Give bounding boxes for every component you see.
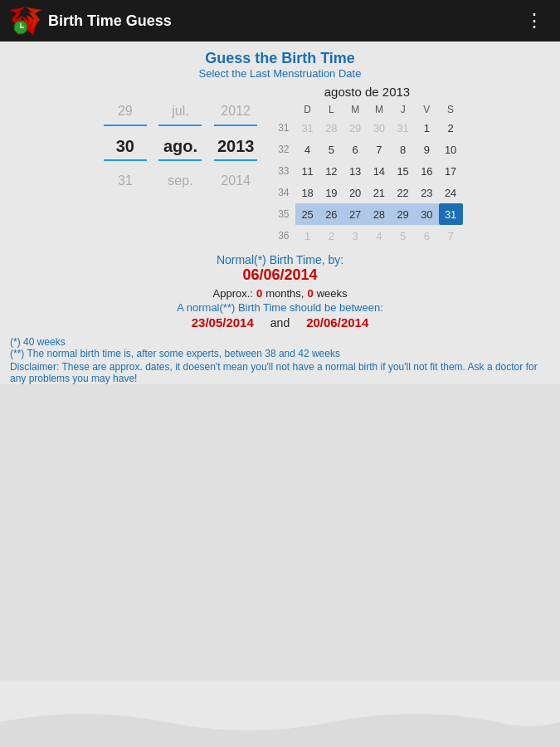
topbar: Birth Time Guess ⋮ bbox=[0, 0, 560, 42]
calendar-day[interactable]: 13 bbox=[343, 160, 368, 182]
table-row: 35 25 26 27 28 29 30 31 bbox=[272, 203, 463, 225]
table-row: 33 11 12 13 14 15 16 17 bbox=[272, 160, 463, 182]
calendar-day[interactable]: 6 bbox=[343, 139, 368, 160]
picker-day-current: 30 bbox=[100, 137, 150, 156]
calendar-day[interactable]: 28 bbox=[368, 203, 392, 225]
calendar-table: D L M M J V S 31 31 28 29 bbox=[272, 102, 463, 247]
calendar-day[interactable]: 21 bbox=[368, 182, 392, 203]
calendar-day[interactable]: 4 bbox=[368, 225, 392, 247]
calendar-day[interactable]: 19 bbox=[319, 182, 343, 203]
calendar-day[interactable]: 28 bbox=[319, 117, 343, 139]
calendar-day[interactable]: 30 bbox=[368, 117, 392, 139]
picker-month-next: sep. bbox=[155, 173, 205, 188]
picker-line-day bbox=[104, 124, 147, 126]
table-row: 34 18 19 20 21 22 23 24 bbox=[272, 182, 463, 203]
calendar-day[interactable]: 2 bbox=[439, 117, 463, 139]
calendar-day[interactable]: 3 bbox=[343, 225, 368, 247]
calendar-day[interactable]: 27 bbox=[343, 203, 368, 225]
calendar-day[interactable]: 1 bbox=[295, 225, 319, 247]
picker-row-next[interactable]: 31 sep. 2014 bbox=[98, 163, 264, 199]
calendar-day[interactable]: 8 bbox=[391, 139, 415, 160]
note-disclaimer: Disclaimer: These are approx. dates, it … bbox=[10, 361, 550, 384]
week-col-header bbox=[272, 102, 296, 117]
calendar-day[interactable]: 1 bbox=[415, 117, 439, 139]
calendar-body: 31 31 28 29 30 31 1 2 32 4 5 6 bbox=[272, 117, 463, 247]
picker-year-next: 2014 bbox=[211, 173, 261, 188]
cal-header-j: J bbox=[391, 102, 415, 117]
picker-line-month-2 bbox=[158, 159, 202, 161]
calendar-day[interactable]: 30 bbox=[415, 203, 439, 225]
range-and-label: and bbox=[270, 316, 290, 330]
calendar-day[interactable]: 31 bbox=[295, 117, 319, 139]
calendar-day[interactable]: 9 bbox=[415, 139, 439, 160]
calendar-day[interactable]: 17 bbox=[439, 160, 463, 182]
calendar-day[interactable]: 2 bbox=[319, 225, 343, 247]
wavy-bottom-decoration bbox=[0, 697, 560, 747]
app-title: Birth Time Guess bbox=[48, 12, 519, 30]
calendar-day[interactable]: 6 bbox=[415, 225, 439, 247]
calendar-day[interactable]: 31 bbox=[391, 117, 415, 139]
picker-line-year-2 bbox=[214, 159, 257, 161]
calendar-day[interactable]: 5 bbox=[319, 139, 343, 160]
calendar-day[interactable]: 29 bbox=[391, 203, 415, 225]
birth-date-result: 06/06/2014 bbox=[8, 266, 552, 284]
picker-calendar-row: 29 jul. 2012 30 ago. 2013 bbox=[0, 85, 560, 247]
calendar-day[interactable]: 18 bbox=[295, 182, 319, 203]
picker-year-prev: 2012 bbox=[211, 104, 261, 119]
approx-weeks-value: 0 bbox=[307, 287, 313, 300]
table-row: 36 1 2 3 4 5 6 7 bbox=[272, 225, 463, 247]
picker-month-current: ago. bbox=[155, 137, 205, 156]
picker-day-next: 31 bbox=[100, 173, 150, 188]
results-section: Normal(*) Birth Time, by: 06/06/2014 App… bbox=[0, 253, 560, 330]
calendar-day[interactable]: 16 bbox=[415, 160, 439, 182]
calendar-day[interactable]: 5 bbox=[391, 225, 415, 247]
bottom-area bbox=[0, 681, 560, 747]
approx-row: Approx.: 0 months, 0 weeks bbox=[8, 287, 552, 300]
calendar-day[interactable]: 29 bbox=[343, 117, 368, 139]
range-start-date: 23/05/2014 bbox=[192, 315, 254, 330]
normal-birth-label: Normal(*) Birth Time, by: bbox=[8, 253, 552, 266]
scroll-picker[interactable]: 29 jul. 2012 30 ago. 2013 bbox=[98, 93, 264, 199]
app-logo-icon bbox=[10, 5, 41, 37]
picker-underline-2 bbox=[98, 159, 264, 161]
cal-header-m2: M bbox=[368, 102, 392, 117]
cal-header-l: L bbox=[319, 102, 343, 117]
picker-line-day-2 bbox=[104, 159, 147, 161]
cal-header-m1: M bbox=[343, 102, 368, 117]
calendar-month-title: agosto de 2013 bbox=[272, 85, 463, 99]
table-row: 32 4 5 6 7 8 9 10 bbox=[272, 139, 463, 160]
calendar-day[interactable]: 7 bbox=[368, 139, 392, 160]
range-row: 23/05/2014 and 20/06/2014 bbox=[8, 315, 552, 330]
week-num: 35 bbox=[272, 203, 296, 225]
calendar-day[interactable]: 15 bbox=[391, 160, 415, 182]
note-normal-range: (**) The normal birth time is, after som… bbox=[10, 348, 550, 359]
calendar-day[interactable]: 24 bbox=[439, 182, 463, 203]
calendar-day[interactable]: 14 bbox=[368, 160, 392, 182]
overflow-menu-icon[interactable]: ⋮ bbox=[519, 7, 550, 35]
calendar-day[interactable]: 26 bbox=[319, 203, 343, 225]
heading-section: Guess the Birth Time Select the Last Men… bbox=[0, 50, 560, 80]
calendar-day[interactable]: 20 bbox=[343, 182, 368, 203]
picker-line-month bbox=[158, 124, 202, 126]
subtitle: Select the Last Menstruation Date bbox=[0, 67, 560, 80]
calendar-day[interactable]: 23 bbox=[415, 182, 439, 203]
calendar-day-selected[interactable]: 31 bbox=[439, 203, 463, 225]
guess-title: Guess the Birth Time bbox=[0, 50, 560, 67]
week-num: 33 bbox=[272, 160, 296, 182]
approx-months-unit: months, bbox=[265, 287, 304, 300]
week-num: 36 bbox=[272, 225, 296, 247]
note-40weeks: (*) 40 weeks bbox=[10, 336, 550, 348]
calendar-day[interactable]: 4 bbox=[295, 139, 319, 160]
calendar-day[interactable]: 7 bbox=[439, 225, 463, 247]
picker-underline bbox=[98, 124, 264, 126]
calendar-day[interactable]: 22 bbox=[391, 182, 415, 203]
calendar-day[interactable]: 25 bbox=[295, 203, 319, 225]
picker-line-year bbox=[214, 124, 257, 126]
approx-months-value: 0 bbox=[256, 287, 262, 300]
calendar-day[interactable]: 11 bbox=[295, 160, 319, 182]
week-num: 34 bbox=[272, 182, 296, 203]
calendar-day[interactable]: 12 bbox=[319, 160, 343, 182]
approx-label: Approx.: bbox=[213, 287, 253, 300]
calendar-day[interactable]: 10 bbox=[439, 139, 463, 160]
cal-header-v: V bbox=[415, 102, 439, 117]
